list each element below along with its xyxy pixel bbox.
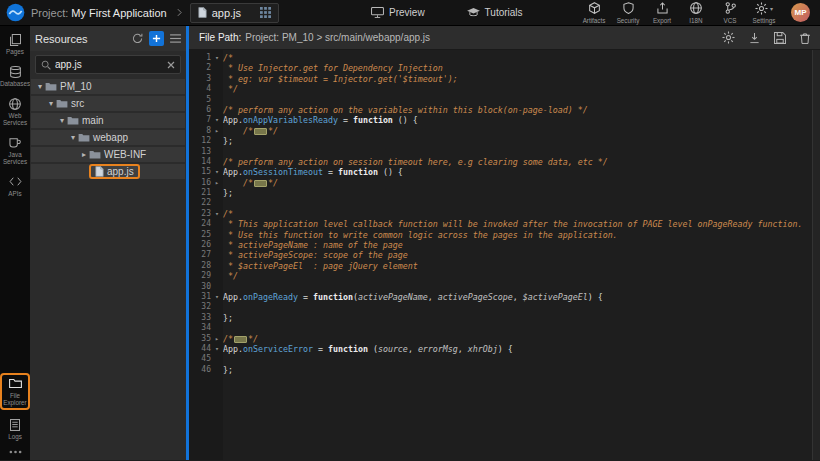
code-line-22[interactable]: 22 xyxy=(189,198,820,208)
add-resource-button[interactable] xyxy=(149,31,164,46)
code-line-1[interactable]: 1▾/* xyxy=(189,53,820,63)
app-logo-icon[interactable] xyxy=(6,3,25,22)
sidebar-item-pages[interactable]: Pages xyxy=(0,33,30,55)
tree-item-main[interactable]: ▾main xyxy=(31,113,185,128)
folded-code-icon[interactable] xyxy=(254,128,267,135)
code-line-16[interactable]: 16▸ /**/ xyxy=(189,178,820,188)
code-line-2[interactable]: 2 * Use Injector.get for Dependency Inje… xyxy=(189,63,820,73)
fold-toggle-icon[interactable]: ▸ xyxy=(211,334,223,344)
code-line-45[interactable]: 45 xyxy=(189,354,820,364)
code-line-6[interactable]: 6/* perform any action on the variables … xyxy=(189,105,820,115)
folder-icon xyxy=(56,99,68,108)
code-text: * This application level callback functi… xyxy=(223,219,820,229)
more-options-icon[interactable] xyxy=(9,450,22,454)
tree-item-web-inf[interactable]: ▸WEB-INF xyxy=(31,147,185,162)
sidebar-item-label: Pages xyxy=(5,48,25,55)
i18n-button[interactable]: I18N xyxy=(681,2,711,24)
code-line-21[interactable]: 21}; xyxy=(189,188,820,198)
code-line-5[interactable]: 5 xyxy=(189,95,820,105)
folded-code-icon[interactable] xyxy=(234,336,247,343)
menu-icon[interactable] xyxy=(170,34,181,43)
file-tab[interactable]: app.js xyxy=(190,3,279,23)
code-line-44[interactable]: 44▾App.onServiceError = function (source… xyxy=(189,344,820,354)
folder-icon xyxy=(89,150,101,159)
code-line-28[interactable]: 28 * $activePageEl : page jQuery element xyxy=(189,261,820,271)
chevron-open-icon[interactable]: ▾ xyxy=(46,99,56,108)
code-line-25[interactable]: 25 * Use this function to write common l… xyxy=(189,230,820,240)
line-number: 21 xyxy=(189,188,211,198)
code-line-46[interactable]: 46}; xyxy=(189,365,820,375)
code-line-26[interactable]: 26 * activePageName : name of the page xyxy=(189,240,820,250)
sidebar-item-java-services[interactable]: Java Services xyxy=(0,136,30,165)
code-line-14[interactable]: 14/* perform any action on session timeo… xyxy=(189,157,820,167)
sidebar-item-web-services[interactable]: Web Services xyxy=(0,97,30,126)
code-text xyxy=(223,354,820,364)
code-line-27[interactable]: 27 * activePageScope: scope of the page xyxy=(189,250,820,260)
code-line-4[interactable]: 4 */ xyxy=(189,84,820,94)
fold-toggle-icon[interactable]: ▾ xyxy=(211,209,223,219)
settings-button[interactable]: ▾Settings xyxy=(749,2,779,24)
code-line-33[interactable]: 33}; xyxy=(189,313,820,323)
line-number: 28 xyxy=(189,261,211,271)
chevron-open-icon[interactable]: ▾ xyxy=(68,133,78,142)
vcs-button[interactable]: VCS xyxy=(715,2,745,24)
editor-settings-gear-icon[interactable] xyxy=(722,31,735,44)
save-icon[interactable] xyxy=(774,32,786,44)
code-line-30[interactable]: 30 xyxy=(189,282,820,292)
code-line-32[interactable]: 32 xyxy=(189,302,820,312)
sidebar-item-databases[interactable]: Databases xyxy=(0,65,30,87)
security-button[interactable]: Security xyxy=(613,2,643,24)
tree-item-app.js[interactable]: app.js xyxy=(31,164,185,179)
code-line-3[interactable]: 3 * eg: var $timeout = Injector.get('$ti… xyxy=(189,74,820,84)
code-line-13[interactable]: 13 xyxy=(189,147,820,157)
grid-icon[interactable] xyxy=(260,7,271,18)
download-icon[interactable] xyxy=(749,32,760,44)
chevron-open-icon[interactable]: ▾ xyxy=(57,116,67,125)
line-number: 15 xyxy=(189,167,211,177)
artifacts-button[interactable]: Artifacts xyxy=(579,2,609,24)
tree-item-webapp[interactable]: ▾webapp xyxy=(31,130,185,145)
preview-button[interactable]: Preview xyxy=(371,7,425,18)
code-line-15[interactable]: 15▾App.onSessionTimeout = function () { xyxy=(189,167,820,177)
code-line-34[interactable]: 34 xyxy=(189,323,820,333)
sidebar-item-file-explorer[interactable]: File Explorer xyxy=(0,373,30,410)
sidebar-item-logs[interactable]: Logs xyxy=(0,418,30,440)
tree-item-label: app.js xyxy=(107,166,134,177)
search-input[interactable] xyxy=(55,59,163,70)
export-button[interactable]: Export xyxy=(647,2,677,24)
code-editor[interactable]: 1▾/*2 * Use Injector.get for Dependency … xyxy=(189,50,820,460)
clear-search-icon[interactable] xyxy=(167,61,175,69)
line-number: 33 xyxy=(189,313,211,323)
code-line-31[interactable]: 31▾App.onPageReady = function(activePage… xyxy=(189,292,820,302)
chevron-closed-icon[interactable]: ▸ xyxy=(79,150,89,159)
folded-code-icon[interactable] xyxy=(254,180,267,187)
code-line-24[interactable]: 24 * This application level callback fun… xyxy=(189,219,820,229)
fold-toggle-icon[interactable]: ▾ xyxy=(211,115,223,125)
fold-toggle-icon[interactable]: ▸ xyxy=(211,178,223,188)
user-avatar[interactable]: MP xyxy=(791,3,810,22)
fold-toggle-icon[interactable]: ▾ xyxy=(211,344,223,354)
tutorials-button[interactable]: Tutorials xyxy=(467,7,523,18)
fold-toggle-icon[interactable]: ▾ xyxy=(211,292,223,302)
code-line-29[interactable]: 29 */ xyxy=(189,271,820,281)
refresh-icon[interactable] xyxy=(132,33,143,44)
delete-trash-icon[interactable] xyxy=(800,32,810,44)
code-line-35[interactable]: 35▸/**/ xyxy=(189,334,820,344)
line-number: 25 xyxy=(189,230,211,240)
chevron-open-icon[interactable]: ▾ xyxy=(35,82,45,91)
code-line-23[interactable]: 23▾/* xyxy=(189,209,820,219)
code-line-7[interactable]: 7▾App.onAppVariablesReady = function () … xyxy=(189,115,820,125)
fold-toggle-icon[interactable]: ▾ xyxy=(211,53,223,63)
tree-item-pm_10[interactable]: ▾PM_10 xyxy=(31,79,185,94)
artifacts-icon xyxy=(589,2,600,14)
editor-scrollbar[interactable] xyxy=(812,50,820,460)
tree-item-content: WEB-INF xyxy=(89,149,146,160)
code-text xyxy=(223,147,820,157)
code-line-12[interactable]: 12}; xyxy=(189,136,820,146)
code-line-8[interactable]: 8▸ /**/ xyxy=(189,126,820,136)
sidebar-item-apis[interactable]: APIs xyxy=(0,175,30,197)
fold-toggle-icon[interactable]: ▸ xyxy=(211,126,223,136)
tree-item-src[interactable]: ▾src xyxy=(31,96,185,111)
project-name[interactable]: My First Application xyxy=(71,7,166,19)
fold-toggle-icon[interactable]: ▾ xyxy=(211,167,223,177)
